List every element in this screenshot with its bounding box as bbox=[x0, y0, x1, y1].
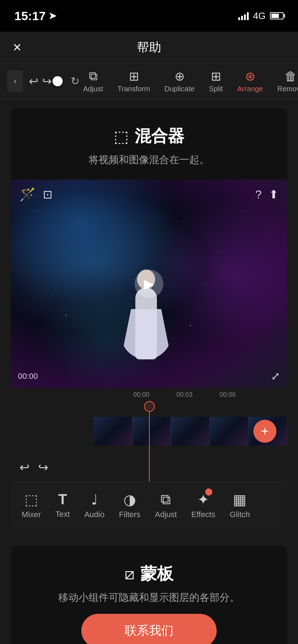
adjust-icon: ⧉ bbox=[89, 69, 98, 83]
transform-icon: ⊞ bbox=[129, 69, 139, 83]
audio-tool-label: Audio bbox=[84, 510, 104, 519]
adjust-label: Adjust bbox=[83, 85, 103, 93]
duplicate-label: Duplicate bbox=[164, 85, 194, 93]
remove-label: Remove bbox=[277, 85, 298, 93]
chevron-left-icon: ‹ bbox=[14, 77, 16, 86]
mask-info: ⧄ 蒙板 移动小组件可隐藏和显示图层的各部分。 联系我们 bbox=[11, 546, 287, 644]
split-icon: ⊞ bbox=[211, 69, 221, 83]
timeline-area: 00:00 00:03 00:06 + ↩ ↪ bbox=[11, 388, 287, 482]
effects-badge bbox=[205, 488, 212, 496]
play-button[interactable]: ▶ bbox=[135, 270, 163, 298]
playhead-circle bbox=[144, 401, 155, 412]
magic-wand-icon[interactable]: 🪄 bbox=[19, 187, 36, 202]
filters-tool-label: Filters bbox=[119, 510, 140, 519]
preview-icon[interactable]: ⊡ bbox=[43, 188, 53, 201]
battery-fill bbox=[271, 14, 279, 18]
bottom-toolbar: ⬚ Mixer T Text ♩ Audio ◑ Filters ⧉ Adjus… bbox=[11, 482, 287, 528]
back-panel-button[interactable]: ‹ bbox=[7, 70, 23, 92]
text-tool-icon: T bbox=[58, 491, 67, 507]
figure-silhouette bbox=[117, 244, 175, 359]
help-icon[interactable]: ? bbox=[255, 188, 262, 201]
timeline-redo-button[interactable]: ↪ bbox=[38, 460, 48, 474]
share-icon[interactable]: ⬆ bbox=[269, 188, 279, 201]
effects-tool-icon: ✦ bbox=[197, 491, 209, 508]
plus-icon: + bbox=[261, 424, 268, 439]
audio-tool-icon: ♩ bbox=[91, 491, 98, 508]
playhead-line bbox=[149, 412, 150, 482]
status-time: 15:17 ➤ bbox=[14, 9, 57, 23]
mixer-title: 混合器 bbox=[135, 125, 184, 147]
timeline-undo-button[interactable]: ↩ bbox=[19, 460, 30, 474]
mixer-title-row: ⬚ 混合器 bbox=[114, 125, 184, 147]
battery-icon bbox=[270, 12, 284, 19]
toolbar-items-group: ⧉ Adjust ⊞ Transform ⊕ Duplicate ⊞ Split… bbox=[83, 69, 298, 93]
mixer-info: ⬚ 混合器 将视频和图像混合在一起。 bbox=[11, 108, 287, 180]
arrange-label: Arrange bbox=[237, 85, 263, 93]
mask-icon: ⧄ bbox=[125, 565, 135, 583]
timeline-bottom-controls: ↩ ↪ bbox=[19, 460, 48, 474]
tool-glitch[interactable]: ▦ Glitch bbox=[222, 491, 257, 519]
contact-button[interactable]: 联系我们 bbox=[81, 614, 217, 644]
track-thumb-3 bbox=[171, 417, 210, 446]
track-thumb-1 bbox=[94, 417, 132, 446]
fullscreen-button[interactable]: ⤢ bbox=[271, 370, 280, 382]
toolbar-item-transform[interactable]: ⊞ Transform bbox=[118, 69, 150, 93]
toolbar-item-adjust[interactable]: ⧉ Adjust bbox=[83, 69, 103, 93]
toolbar-item-remove[interactable]: 🗑 Remove bbox=[277, 69, 298, 93]
figure-dress bbox=[121, 309, 171, 359]
location-icon: ➤ bbox=[49, 10, 57, 22]
page-title: 帮助 bbox=[137, 39, 161, 56]
mask-title: 蒙板 bbox=[140, 563, 173, 585]
track-thumb-4 bbox=[210, 417, 249, 446]
export-icon[interactable]: ↻ bbox=[71, 75, 80, 87]
undo-redo-group: ↩ ↪ bbox=[29, 74, 52, 88]
signal-icon bbox=[238, 12, 249, 20]
timeline-playhead[interactable] bbox=[149, 388, 150, 482]
redo-button[interactable]: ↪ bbox=[42, 74, 52, 88]
mixer-tool-icon: ⬚ bbox=[24, 491, 38, 508]
filters-tool-icon: ◑ bbox=[123, 491, 136, 508]
video-top-controls: 🪄 ⊡ ? ⬆ bbox=[11, 180, 287, 209]
track-thumb-2 bbox=[132, 417, 171, 446]
ruler-mark-0: 00:00 bbox=[133, 391, 149, 399]
ruler-mark-2: 00:06 bbox=[220, 391, 236, 399]
tool-filters[interactable]: ◑ Filters bbox=[112, 491, 148, 519]
adjust-tool-icon: ⧉ bbox=[161, 491, 171, 508]
card-divider bbox=[0, 537, 298, 546]
adjust-tool-label: Adjust bbox=[155, 510, 177, 519]
toolbar-item-arrange[interactable]: ⊛ Arrange bbox=[237, 69, 263, 93]
toolbar-item-duplicate[interactable]: ⊕ Duplicate bbox=[164, 69, 194, 93]
tool-adjust[interactable]: ⧉ Adjust bbox=[148, 491, 184, 519]
tool-mixer[interactable]: ⬚ Mixer bbox=[14, 491, 48, 519]
toolbar-item-split[interactable]: ⊞ Split bbox=[209, 69, 223, 93]
video-preview: 🪄 ⊡ ? ⬆ ▶ 00:00 ⤢ bbox=[11, 180, 287, 388]
mixer-icon: ⬚ bbox=[114, 127, 129, 146]
mask-title-row: ⧄ 蒙板 bbox=[125, 563, 173, 585]
tool-audio[interactable]: ♩ Audio bbox=[77, 491, 112, 519]
tool-text[interactable]: T Text bbox=[48, 491, 77, 519]
mixer-card: ⬚ 混合器 将视频和图像混合在一起。 🪄 ⊡ ? bbox=[11, 108, 287, 528]
mixer-tool-label: Mixer bbox=[22, 510, 41, 519]
mask-card: ⧄ 蒙板 移动小组件可隐藏和显示图层的各部分。 联系我们 bbox=[11, 546, 287, 644]
tool-effects[interactable]: ✦ Effects bbox=[184, 491, 222, 519]
status-right: 4G bbox=[238, 10, 284, 22]
glitch-tool-icon: ▦ bbox=[233, 491, 247, 508]
add-clip-button[interactable]: + bbox=[253, 420, 276, 443]
play-icon: ▶ bbox=[144, 276, 154, 291]
progress-thumb[interactable] bbox=[53, 76, 63, 86]
clock-label: 15:17 bbox=[14, 9, 46, 23]
effects-tool-label: Effects bbox=[191, 510, 215, 519]
video-controls-right: ? ⬆ bbox=[255, 188, 279, 201]
mixer-description: 将视频和图像混合在一起。 bbox=[89, 153, 209, 167]
transform-label: Transform bbox=[118, 85, 150, 93]
network-type-label: 4G bbox=[253, 10, 266, 22]
play-overlay: ▶ bbox=[135, 270, 163, 298]
video-controls-left: 🪄 ⊡ bbox=[19, 187, 53, 202]
top-nav: × 帮助 bbox=[0, 32, 298, 63]
status-bar: 15:17 ➤ 4G bbox=[0, 0, 298, 32]
split-label: Split bbox=[209, 85, 223, 93]
text-tool-label: Text bbox=[55, 510, 70, 519]
undo-button[interactable]: ↩ bbox=[29, 74, 39, 88]
close-button[interactable]: × bbox=[13, 39, 21, 55]
glitch-tool-label: Glitch bbox=[230, 510, 250, 519]
